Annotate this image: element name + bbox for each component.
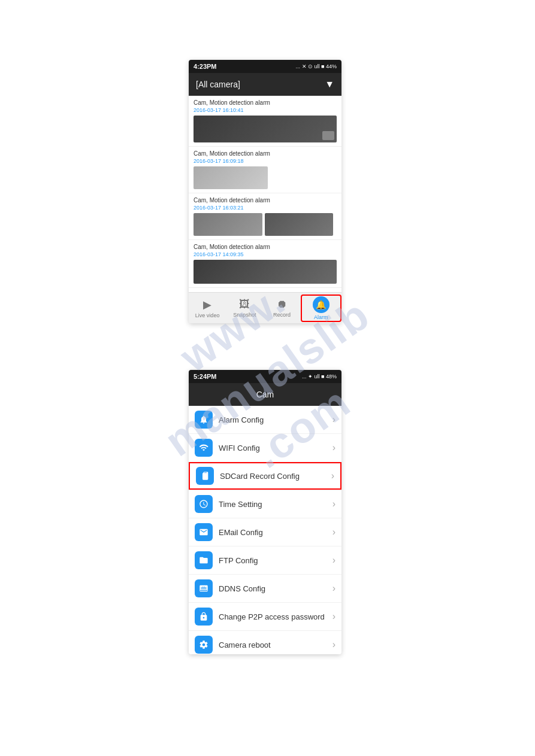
p2p-arrow: ›: [333, 611, 335, 622]
wifi-config-arrow: ›: [333, 442, 335, 453]
alarm-icon: 🔔: [313, 296, 330, 313]
menu-item-email[interactable]: EMail Config ›: [189, 518, 341, 546]
status-icons-2: ... ✦ ull ■ 48%: [302, 374, 337, 379]
camera-reboot-label: Camera reboot: [219, 640, 333, 649]
p2p-label: Change P2P access password: [219, 612, 333, 621]
time-setting-icon-box: [195, 495, 213, 513]
alarm-label-1: Cam, Motion detection alarm: [194, 99, 337, 106]
snapshot-icon: 🖼: [239, 298, 250, 311]
alarm-date-1: 2016-03-17 16:10:41: [194, 107, 337, 113]
nav-live-video[interactable]: ▶ Live video: [189, 298, 226, 318]
screen1-title: [All camera]: [196, 80, 240, 89]
live-video-icon: ▶: [203, 298, 211, 311]
ftp-config-icon-box: [195, 551, 213, 569]
alarm-label-4: Cam, Motion detection alarm: [194, 244, 337, 250]
email-config-icon: [199, 527, 208, 537]
phone-screen-1: 4:23PM ... ✕ ⊙ ull ■ 44% [All camera] ▼ …: [189, 60, 341, 323]
alarm-list: Cam, Motion detection alarm 2016-03-17 1…: [189, 96, 341, 312]
status-icons-1: ... ✕ ⊙ ull ■ 44%: [296, 63, 337, 69]
nav-record[interactable]: ⏺ Record: [264, 298, 301, 318]
alarm-config-arrow: ›: [333, 414, 335, 425]
alarm-item-4[interactable]: Cam, Motion detection alarm 2016-03-17 1…: [189, 240, 341, 288]
ddns-config-icon: [199, 584, 208, 593]
menu-item-sdcard[interactable]: SDCard Record Config ›: [189, 462, 341, 490]
nav-record-label: Record: [273, 312, 291, 318]
reboot-icon: [199, 640, 208, 649]
email-config-arrow: ›: [333, 527, 335, 538]
status-bar-2: 5:24PM ... ✦ ull ■ 48%: [189, 370, 341, 383]
alarm-config-icon: [199, 415, 208, 424]
email-config-icon-box: [195, 523, 213, 541]
ddns-config-arrow: ›: [333, 583, 335, 594]
wifi-config-icon-box: [195, 439, 213, 457]
ddns-config-label: DDNS Config: [219, 584, 333, 593]
alarm-config-icon-box: [195, 411, 213, 429]
p2p-icon-box: [195, 608, 213, 626]
time-setting-icon: [199, 499, 208, 509]
p2p-icon: [199, 612, 208, 621]
menu-list: Alarm Config › WIFI Config › SDCard Reco…: [189, 406, 341, 654]
alarm-thumb-4: [194, 260, 337, 284]
menu-item-alarm[interactable]: Alarm Config ›: [189, 406, 341, 433]
sdcard-config-icon-box: [196, 467, 214, 485]
nav-snapshot-label: Snapshot: [233, 312, 256, 318]
alarm-date-2: 2016-03-17 16:09:18: [194, 158, 337, 164]
time-setting-arrow: ›: [333, 499, 335, 509]
alarm-date-4: 2016-03-17 14:09:35: [194, 251, 337, 257]
title-bar-2: Cam: [189, 383, 341, 406]
menu-item-reboot[interactable]: Camera reboot ›: [189, 631, 341, 654]
wifi-config-label: WIFI Config: [219, 444, 333, 453]
time-setting-label: Time Setting: [219, 500, 333, 509]
nav-alarm-label: Alarm: [314, 314, 328, 320]
title-bar-1: [All camera] ▼: [189, 73, 341, 96]
menu-item-p2p[interactable]: Change P2P access password ›: [189, 603, 341, 630]
alarm-label-3: Cam, Motion detection alarm: [194, 197, 337, 204]
alarm-item-2[interactable]: Cam, Motion detection alarm 2016-03-17 1…: [189, 147, 341, 193]
alarm-thumb-1: [194, 116, 337, 142]
alarm-item-3[interactable]: Cam, Motion detection alarm 2016-03-17 1…: [189, 193, 341, 240]
sdcard-config-icon: [200, 471, 210, 481]
alarm-thumb-3a: [194, 213, 262, 236]
alarm-thumb-2a: [194, 166, 268, 189]
alarm-thumb-3b: [265, 213, 334, 236]
ddns-config-icon-box: [195, 579, 213, 597]
status-bar-1: 4:23PM ... ✕ ⊙ ull ■ 44%: [189, 60, 341, 73]
filter-icon[interactable]: ▼: [325, 79, 334, 90]
status-time-2: 5:24PM: [194, 373, 217, 380]
email-config-label: EMail Config: [219, 528, 333, 537]
reboot-icon-box: [195, 636, 213, 654]
alarm-date-3: 2016-03-17 16:03:21: [194, 205, 337, 211]
menu-item-time[interactable]: Time Setting ›: [189, 490, 341, 518]
alarm-config-label: Alarm Config: [219, 415, 333, 424]
bottom-nav: ▶ Live video 🖼 Snapshot ⏺ Record 🔔 Alarm: [189, 292, 341, 323]
nav-alarm[interactable]: 🔔 Alarm: [301, 294, 341, 322]
record-icon: ⏺: [277, 298, 288, 311]
alarm-item-1[interactable]: Cam, Motion detection alarm 2016-03-17 1…: [189, 96, 341, 147]
ftp-config-icon: [199, 555, 208, 565]
sdcard-config-arrow: ›: [331, 470, 334, 481]
menu-item-wifi[interactable]: WIFI Config ›: [189, 434, 341, 462]
ftp-config-label: FTP Config: [219, 556, 333, 565]
menu-item-ftp[interactable]: FTP Config ›: [189, 546, 341, 574]
menu-item-ddns[interactable]: DDNS Config ›: [189, 575, 341, 602]
sdcard-config-label: SDCard Record Config: [220, 472, 331, 481]
nav-live-label: Live video: [195, 312, 220, 318]
nav-snapshot[interactable]: 🖼 Snapshot: [226, 298, 263, 318]
camera-reboot-arrow: ›: [333, 639, 335, 650]
ftp-config-arrow: ›: [333, 555, 335, 566]
status-time-1: 4:23PM: [194, 63, 217, 70]
wifi-config-icon: [199, 443, 208, 453]
screen2-title: Cam: [256, 390, 274, 399]
phone-screen-2: 5:24PM ... ✦ ull ■ 48% Cam Alarm Config …: [189, 370, 341, 654]
alarm-label-2: Cam, Motion detection alarm: [194, 150, 337, 157]
